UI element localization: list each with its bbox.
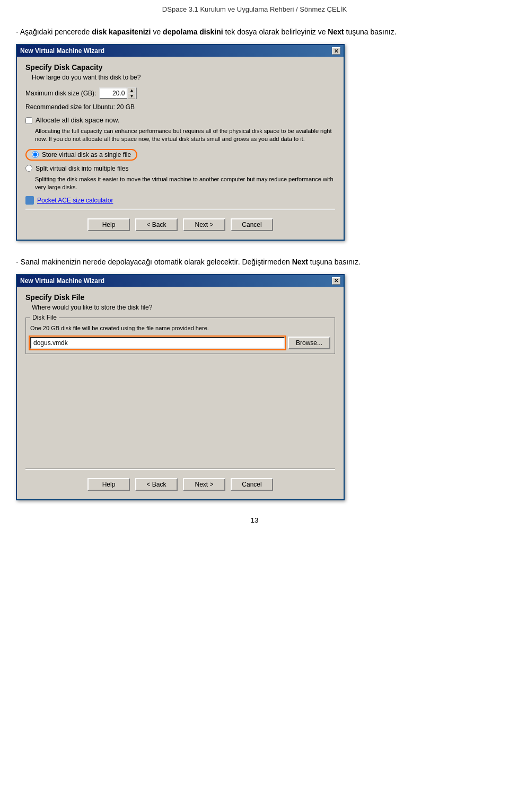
spinner-arrows: ▲ ▼ [127,87,136,99]
page-number: 13 [251,516,258,524]
dialog-2-titlebar-buttons: ✕ [332,277,340,285]
radio-2-description: Splitting the disk makes it easier to mo… [35,175,335,192]
radio-1-highlighted: Store virtual disk as a single file [25,149,137,161]
dialog-1-section-subtitle: How large do you want this disk to be? [32,74,335,81]
instruction-2: - Sanal makinenizin nerede depolayacağı … [16,257,493,268]
recommended-text: Recommended size for Ubuntu: 20 GB [25,103,335,111]
radio-2-row: Split virtual disk into multiple files [25,164,335,173]
browse-button[interactable]: Browse... [288,337,330,349]
groupbox-desc: One 20 GB disk file will be created usin… [30,324,330,332]
empty-space-2 [25,358,335,464]
next-button-1[interactable]: Next > [183,218,225,231]
dialog-2-section-subtitle: Where would you like to store the disk f… [32,304,335,311]
allocate-checkbox-row: Allocate all disk space now. [25,116,335,124]
radio-1-label: Store virtual disk as a single file [42,151,131,158]
radio-2-label: Split virtual disk into multiple files [36,165,128,172]
disk-file-groupbox: Disk File One 20 GB disk file will be cr… [25,317,335,354]
dialog-2: New Virtual Machine Wizard ✕ Specify Dis… [16,274,345,500]
groupbox-legend: Disk File [30,314,59,321]
back-button-2[interactable]: < Back [135,478,178,491]
link-row: Pocket ACE size calculator [25,196,335,205]
divider-1 [25,209,335,210]
dialog-1-titlebar-buttons: ✕ [332,47,340,55]
help-button-2[interactable]: Help [87,478,130,491]
page-footer: 13 [16,516,493,524]
allocate-label: Allocate all disk space now. [36,116,119,124]
dialog-2-titlebar: New Virtual Machine Wizard ✕ [17,275,344,287]
cancel-button-2[interactable]: Cancel [231,478,273,491]
file-path-input[interactable] [30,337,285,349]
cancel-button-1[interactable]: Cancel [231,218,273,231]
pocket-ace-icon [25,196,34,205]
help-button-1[interactable]: Help [87,218,130,231]
disk-size-spinner[interactable]: ▲ ▼ [99,87,137,99]
allocate-checkbox[interactable] [25,117,32,124]
dialog-2-close-btn[interactable]: ✕ [332,277,340,285]
groupbox-content: One 20 GB disk file will be created usin… [30,324,330,349]
page-title: DSpace 3.1 Kurulum ve Uygulama Rehberi /… [162,5,347,13]
dialog-2-section-title: Specify Disk File [25,293,335,302]
disk-size-label: Maximum disk size (GB): [25,90,96,97]
spinner-box[interactable]: ▲ ▼ [99,87,137,99]
radio-group: Store virtual disk as a single file Spli… [25,149,335,192]
page-header: DSpace 3.1 Kurulum ve Uygulama Rehberi /… [16,5,493,16]
spinner-input[interactable] [100,90,127,97]
radio-multiple-files[interactable] [25,165,32,172]
dialog-2-button-row: Help < Back Next > Cancel [25,474,335,493]
dialog-1: New Virtual Machine Wizard ✕ Specify Dis… [16,44,345,241]
disk-size-group: Maximum disk size (GB): ▲ ▼ [25,87,335,99]
dialog-1-section-title: Specify Disk Capacity [25,63,335,72]
radio-single-file[interactable] [32,151,39,158]
dialog-1-close-btn[interactable]: ✕ [332,47,340,55]
file-input-row: Browse... [30,337,330,349]
dialog-1-title: New Virtual Machine Wizard [20,47,104,55]
dialog-1-content: Specify Disk Capacity How large do you w… [17,57,344,240]
instruction-1: - Aşağıdaki pencerede disk kapasitenizi … [16,27,493,38]
spinner-down[interactable]: ▼ [127,93,136,99]
allocate-description: Allocating the full capacity can enhance… [35,127,335,144]
dialog-1-button-row: Help < Back Next > Cancel [25,214,335,233]
next-button-2[interactable]: Next > [183,478,225,491]
dialog-1-titlebar: New Virtual Machine Wizard ✕ [17,45,344,57]
back-button-1[interactable]: < Back [135,218,178,231]
pocket-ace-link[interactable]: Pocket ACE size calculator [37,197,113,204]
spinner-up[interactable]: ▲ [127,87,136,93]
dialog-2-content: Specify Disk File Where would you like t… [17,287,344,499]
divider-2 [25,469,335,470]
dialog-2-title: New Virtual Machine Wizard [20,277,104,285]
